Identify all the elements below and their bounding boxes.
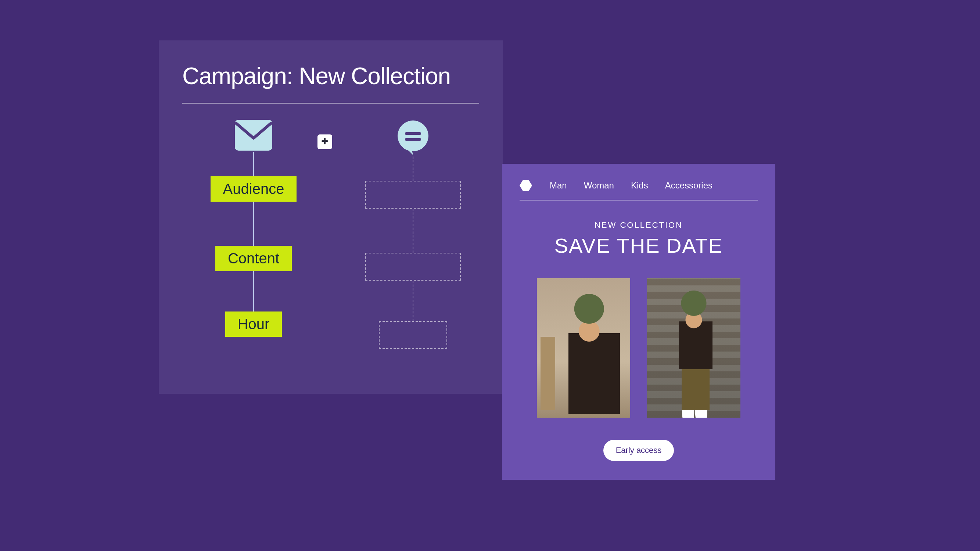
- flow-connector-placeholder: [413, 209, 414, 253]
- flow-branch-chat: [365, 120, 461, 349]
- svg-point-3: [398, 121, 428, 151]
- svg-rect-2: [321, 140, 328, 142]
- nav-link-woman[interactable]: Woman: [584, 180, 614, 191]
- flow-step-label: Hour: [238, 316, 270, 332]
- flow-step-content[interactable]: Content: [215, 246, 292, 271]
- preview-image-1: [537, 278, 630, 418]
- chat-icon[interactable]: [395, 120, 431, 157]
- flow-step-placeholder[interactable]: [379, 321, 447, 349]
- cta-label: Early access: [616, 446, 662, 455]
- campaign-title: Campaign: New Collection: [182, 62, 479, 90]
- early-access-button[interactable]: Early access: [603, 440, 674, 461]
- flow-connector: [253, 271, 254, 311]
- flow-connector-placeholder: [413, 281, 414, 321]
- flow-step-placeholder[interactable]: [365, 253, 461, 281]
- plus-icon: [321, 137, 329, 146]
- flow-step-hour[interactable]: Hour: [225, 311, 282, 337]
- flow-connector: [253, 202, 254, 246]
- preview-image-row: [520, 278, 758, 418]
- svg-rect-4: [405, 132, 421, 135]
- divider: [182, 103, 479, 103]
- divider: [520, 200, 758, 200]
- flow-step-label: Audience: [223, 181, 285, 197]
- add-channel-button[interactable]: [318, 135, 332, 149]
- preview-eyebrow: NEW COLLECTION: [520, 221, 758, 230]
- flow-step-audience[interactable]: Audience: [210, 176, 297, 202]
- flow-branch-email: Audience Content Hour: [206, 120, 301, 337]
- svg-rect-0: [235, 120, 272, 151]
- flow-step-label: Content: [228, 250, 279, 266]
- flow-step-placeholder[interactable]: [365, 181, 461, 209]
- preview-headline: SAVE THE DATE: [520, 233, 758, 257]
- svg-rect-5: [405, 138, 421, 141]
- preview-nav-links: Man Woman Kids Accessories: [550, 180, 713, 191]
- preview-image-2: [647, 278, 740, 418]
- brand-logo-icon: [520, 180, 532, 191]
- flow-connector-placeholder: [413, 157, 414, 181]
- nav-link-accessories[interactable]: Accessories: [665, 180, 713, 191]
- email-preview-panel: Man Woman Kids Accessories NEW COLLECTIO…: [502, 164, 775, 480]
- campaign-panel: Campaign: New Collection Audience Conten…: [159, 40, 503, 394]
- nav-link-man[interactable]: Man: [550, 180, 567, 191]
- campaign-flow: Audience Content Hour: [182, 120, 479, 377]
- svg-marker-6: [520, 180, 532, 191]
- preview-nav: Man Woman Kids Accessories: [520, 180, 758, 191]
- flow-connector: [253, 152, 254, 176]
- nav-link-kids[interactable]: Kids: [631, 180, 648, 191]
- mail-icon[interactable]: [235, 120, 272, 152]
